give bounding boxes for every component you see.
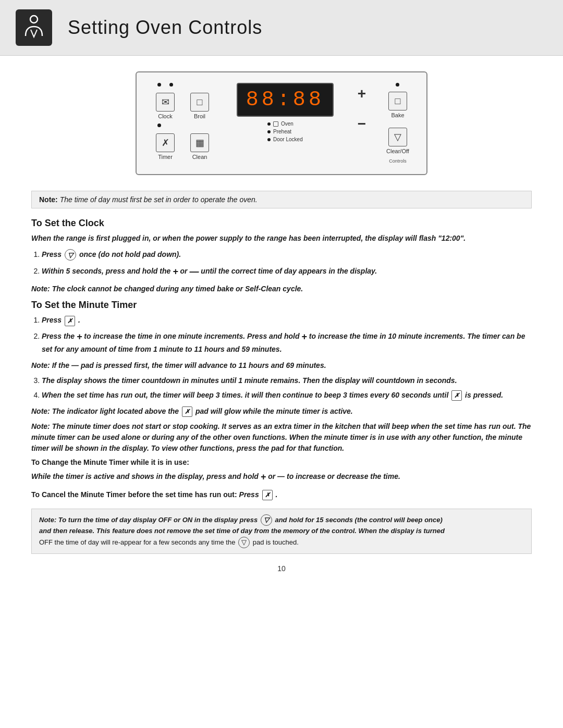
page-number: 10 [31, 564, 532, 573]
plus-minus-area: + − [358, 83, 366, 132]
timer-indicator-note: Note: The indicator light located above … [31, 406, 532, 417]
minus-symbol: — [189, 266, 199, 276]
clock-step1-icon: ▽ [65, 249, 76, 261]
left-buttons: ✉ Clock □ Broil ✗ Timer [152, 83, 213, 160]
cancel-timer-icon: ✗ [262, 490, 273, 500]
change-timer-title: To Change the Minute Timer while it is i… [31, 458, 532, 466]
plus-symbol: + [173, 266, 178, 276]
clock-steps: Press ▽ once (do not hold pad down). Wit… [31, 249, 532, 278]
page-title: Setting Oven Controls [68, 17, 262, 39]
broil-button[interactable]: □ Broil [187, 93, 213, 119]
header-icon [16, 9, 52, 46]
timer-symbol: ✗ [451, 390, 462, 401]
change-plus: + [261, 472, 266, 482]
timer-section-title: To Set the Minute Timer [31, 300, 532, 311]
timer-step-1: Press ✗ . [42, 315, 532, 326]
top-note: Note: The time of day must first be set … [31, 191, 532, 208]
main-content: Note: The time of day must first be set … [0, 186, 563, 588]
bake-button[interactable]: □ Bake [385, 92, 411, 118]
display-area: 88:88 Oven Preheat Door Locked [237, 83, 334, 142]
change-timer-text: While the timer is active and shows in t… [31, 470, 532, 485]
timer-plus-symbol: + [77, 331, 82, 342]
clear-off-button[interactable]: ▽ Clear/Off [385, 128, 411, 154]
bottom-pad-icon: ▽ [238, 537, 250, 548]
indicator-area: Oven Preheat Door Locked [267, 121, 303, 142]
plus-button[interactable]: + [358, 85, 366, 102]
clock-step-2: Within 5 seconds, press and hold the + o… [42, 264, 532, 278]
clear-off-icon: ▽ [388, 128, 407, 146]
bottom-note-text: Note: To turn the time of day display OF… [39, 516, 445, 546]
clock-icon: ✉ [156, 93, 175, 112]
timer-cooking-note: Note: The minute timer does not start or… [31, 421, 532, 454]
clock-section-title: To Set the Clock [31, 218, 532, 229]
cancel-timer-text: To Cancel the Minute Timer before the se… [31, 489, 532, 500]
clock-dot [157, 83, 161, 87]
timer-step-4: When the set time has run out, the timer… [42, 390, 532, 401]
right-buttons: □ Bake ▽ Clear/Off Controls [385, 83, 411, 164]
display-screen: 88:88 [237, 83, 334, 117]
bake-icon: □ [388, 92, 407, 110]
timer-step-2: Press the + to increase the time in one … [42, 330, 532, 355]
timer-icon: ✗ [156, 133, 175, 152]
minus-button[interactable]: − [358, 116, 366, 132]
oven-indicator: Oven [267, 121, 303, 127]
timer-step-3: The display shows the timer countdown in… [42, 375, 532, 386]
control-panel: ✉ Clock □ Broil ✗ Timer [136, 71, 427, 175]
bottom-clock-icon: ▽ [261, 514, 272, 526]
controls-label: Controls [389, 158, 407, 164]
broil-dot [169, 83, 173, 87]
door-locked-indicator: Door Locked [267, 137, 303, 142]
clean-icon: ▦ [190, 133, 209, 152]
clock-note: Note: The clock cannot be changed during… [31, 283, 532, 294]
note-label: Note: [39, 195, 60, 204]
control-panel-container: ✉ Clock □ Broil ✗ Timer [0, 56, 563, 186]
bottom-note: Note: To turn the time of day display OF… [31, 509, 532, 554]
clock-intro: When the range is first plugged in, or w… [31, 233, 532, 244]
timer-note-icon: ✗ [182, 406, 192, 417]
timer-dot [157, 124, 161, 127]
clean-button[interactable]: ▦ Clean [187, 133, 213, 160]
timer-plus-symbol2: + [301, 331, 307, 342]
bake-dot [396, 83, 399, 87]
broil-icon: □ [190, 93, 209, 112]
timer-button[interactable]: ✗ Timer [152, 133, 178, 160]
preheat-indicator: Preheat [267, 129, 303, 134]
timer-steps-continued: The display shows the timer countdown in… [31, 375, 532, 401]
timer-step1-icon: ✗ [65, 316, 75, 326]
timer-steps: Press ✗ . Press the + to increase the ti… [31, 315, 532, 354]
clock-step-1: Press ▽ once (do not hold pad down). [42, 249, 532, 261]
note-text: The time of day must first be set in ord… [60, 195, 258, 204]
clock-button[interactable]: ✉ Clock [152, 93, 178, 119]
page-header: Setting Oven Controls [0, 0, 563, 56]
svg-point-0 [30, 16, 38, 23]
timer-note1: Note: If the — pad is pressed first, the… [31, 360, 532, 371]
